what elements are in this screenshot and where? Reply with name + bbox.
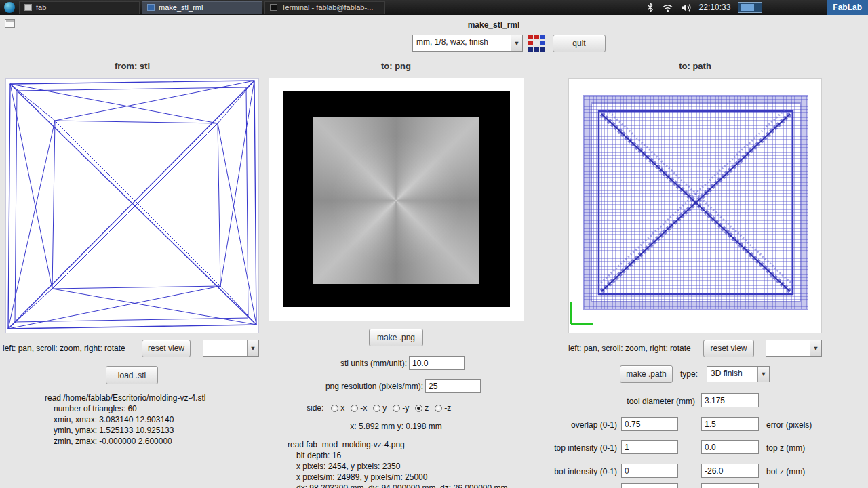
stl-view-dropdown-value	[203, 340, 247, 356]
side-label: side:	[307, 403, 323, 413]
fablab-badge: FabLab	[827, 0, 868, 15]
path-type-value: 3D finish	[707, 367, 757, 382]
stl-viewport[interactable]	[5, 78, 259, 333]
path-view-hint: left: pan, scroll: zoom, right: rotate	[568, 344, 691, 353]
tool-diameter-label: tool diameter (mm)	[583, 396, 695, 406]
chevron-down-icon: ▼	[810, 340, 821, 356]
volume-icon[interactable]	[681, 3, 692, 12]
error-label: error (pixels)	[766, 420, 812, 430]
overlap-label: overlap (0-1)	[522, 420, 617, 430]
side-radio-y[interactable]: y	[373, 403, 387, 413]
heightmap-image	[313, 117, 479, 284]
terminal-icon	[270, 4, 277, 11]
side-radio-neg-z[interactable]: -z	[435, 403, 451, 413]
side-radio-neg-x[interactable]: -x	[351, 403, 367, 413]
window-icon	[24, 4, 32, 11]
path-panel-header: to: path	[641, 61, 749, 71]
stl-units-label: stl units (mm/unit):	[269, 359, 407, 368]
taskbar-window-terminal[interactable]: Terminal - fablab@fablab-...	[264, 1, 385, 14]
radio-icon	[331, 405, 338, 412]
png-resolution-input[interactable]	[425, 379, 481, 393]
applications-menu-icon[interactable]	[4, 2, 15, 13]
bot-z-label: bot z (mm)	[766, 467, 805, 476]
app-window-icon	[147, 4, 155, 11]
stl-wireframe	[6, 79, 258, 333]
chevron-down-icon: ▼	[247, 340, 258, 356]
clock[interactable]: 22:10:33	[699, 3, 731, 12]
taskbar-window-make-stl-rml[interactable]: make_stl_rml	[142, 1, 262, 14]
side-selector: side: x -x y -y z -z	[307, 403, 451, 413]
radio-icon	[373, 405, 380, 412]
system-tray: 22:10:33 FabLab	[646, 0, 868, 15]
origin-axes-icon	[571, 302, 593, 324]
path-type-dropdown[interactable]: 3D finish ▼	[707, 366, 770, 382]
fab-modules-logo-icon	[528, 35, 547, 53]
top-intensity-input[interactable]	[621, 440, 678, 454]
path-reset-view-button[interactable]: reset view	[703, 340, 754, 357]
side-radio-z[interactable]: z	[415, 403, 429, 413]
stl-info-text: read /home/fablab/Escritorio/molding-vz-…	[45, 392, 205, 447]
cursor-position-readout: x: 5.892 mm y: 0.198 mm	[335, 422, 457, 431]
bot-z-input[interactable]	[701, 464, 759, 478]
window-menu-icon[interactable]	[5, 19, 15, 28]
png-background	[283, 92, 510, 307]
preset-value: mm, 1/8, wax, finish	[413, 35, 511, 51]
chevron-down-icon: ▼	[511, 35, 522, 51]
stl-panel-header: from: stl	[78, 61, 186, 71]
load-stl-button[interactable]: load .stl	[106, 366, 158, 384]
png-panel-header: to: png	[342, 61, 450, 71]
type-label: type:	[680, 369, 698, 379]
taskbar-window-fab[interactable]: fab	[19, 1, 140, 14]
window-title: make_stl_rml	[450, 20, 538, 30]
taskbar-window-label: make_stl_rml	[159, 3, 203, 12]
stl-view-hint: left: pan, scroll: zoom, right: rotate	[3, 344, 125, 353]
taskbar-window-label: fab	[36, 3, 46, 12]
preset-dropdown[interactable]: mm, 1/8, wax, finish ▼	[412, 35, 523, 52]
radio-icon	[351, 405, 358, 412]
partial-row-input-2[interactable]	[701, 483, 759, 488]
stl-reset-view-button[interactable]: reset view	[142, 340, 191, 357]
radio-icon	[435, 405, 442, 412]
stl-view-dropdown[interactable]: ▼	[203, 340, 259, 357]
active-workspace	[741, 4, 754, 11]
toolpath-overlay	[569, 79, 821, 333]
top-z-label: top z (mm)	[766, 443, 805, 453]
workspace-pager[interactable]	[738, 2, 762, 13]
bluetooth-icon[interactable]	[646, 3, 654, 12]
png-preview	[269, 78, 524, 321]
partial-row-input-1[interactable]	[621, 483, 678, 488]
overlap-input[interactable]	[621, 417, 678, 431]
quit-button[interactable]: quit	[553, 35, 606, 52]
side-radio-neg-y[interactable]: -y	[393, 403, 409, 413]
bot-intensity-input[interactable]	[621, 464, 678, 478]
png-resolution-label: png resolution (pixels/mm):	[269, 382, 423, 391]
path-viewport[interactable]	[568, 78, 822, 333]
bot-intensity-label: bot intensity (0-1)	[522, 467, 617, 476]
radio-icon	[415, 405, 422, 412]
tool-diameter-input[interactable]	[701, 393, 759, 407]
side-radio-x[interactable]: x	[331, 403, 344, 413]
path-view-dropdown[interactable]: ▼	[766, 340, 822, 357]
png-info-text: read fab_mod_molding-vz-4.png bit depth:…	[288, 439, 508, 488]
top-z-input[interactable]	[701, 440, 759, 454]
taskbar-window-label: Terminal - fablab@fablab-...	[281, 3, 373, 12]
chevron-down-icon: ▼	[757, 367, 769, 382]
top-intensity-label: top intensity (0-1)	[522, 443, 617, 453]
radio-icon	[393, 405, 400, 412]
taskbar: fab make_stl_rml Terminal - fablab@fabla…	[0, 0, 868, 15]
make-png-button[interactable]: make .png	[369, 329, 423, 346]
wifi-icon[interactable]	[662, 3, 673, 12]
error-input[interactable]	[701, 417, 759, 431]
stl-units-input[interactable]	[409, 356, 465, 370]
make-path-button[interactable]: make .path	[620, 365, 673, 383]
path-view-dropdown-value	[766, 340, 810, 356]
